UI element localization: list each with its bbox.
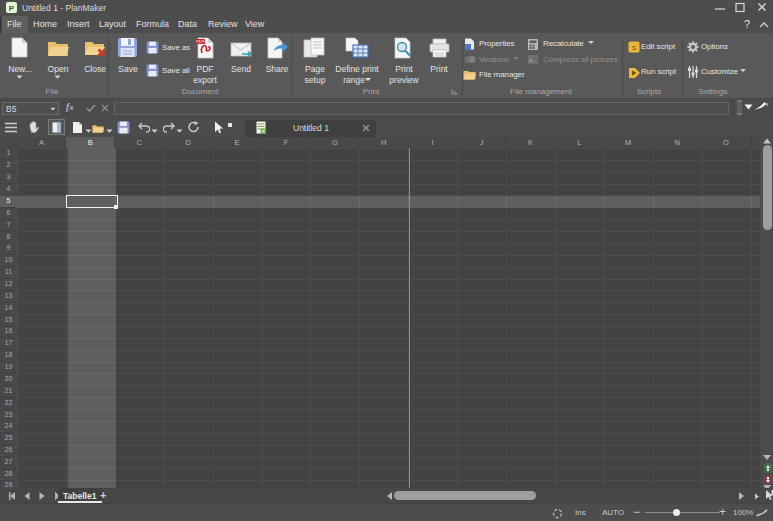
svg-text:PDF: PDF	[196, 39, 205, 44]
svg-text:s: s	[632, 43, 636, 52]
svg-text:P: P	[9, 4, 15, 13]
